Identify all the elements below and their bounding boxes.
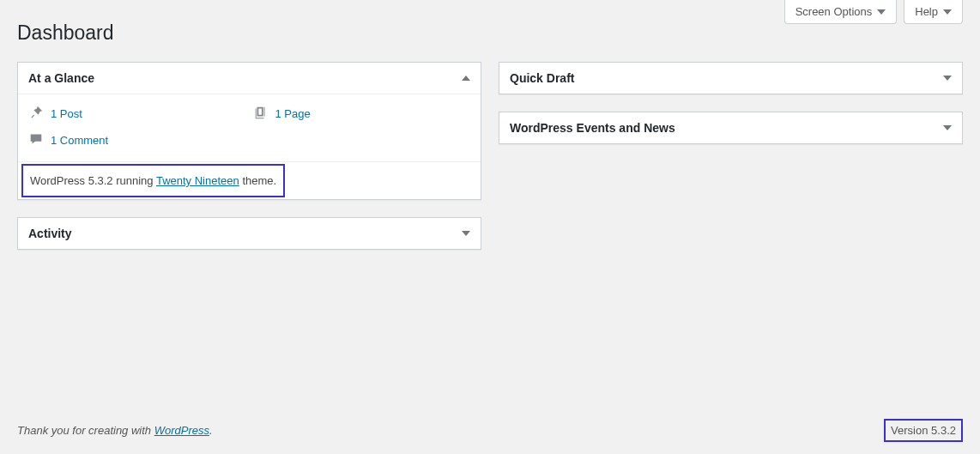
glance-posts-link[interactable]: 1 Post (28, 105, 246, 123)
chevron-down-icon (877, 9, 886, 15)
quick-draft-box: Quick Draft (499, 62, 963, 94)
at-a-glance-header[interactable]: At a Glance (18, 63, 481, 94)
dashboard-columns: At a Glance 1 Post 1 Page (0, 62, 980, 250)
pin-icon (28, 105, 44, 123)
chevron-down-icon (462, 231, 470, 236)
glance-comments-label: 1 Comment (51, 134, 108, 147)
activity-header[interactable]: Activity (18, 218, 481, 249)
help-button[interactable]: Help (904, 0, 963, 24)
glance-comments-link[interactable]: 1 Comment (28, 131, 246, 149)
top-tab-row: Screen Options Help (784, 0, 963, 24)
screen-options-button[interactable]: Screen Options (784, 0, 898, 24)
column-left: At a Glance 1 Post 1 Page (17, 62, 481, 250)
wordpress-link[interactable]: WordPress (154, 424, 209, 437)
theme-link[interactable]: Twenty Nineteen (156, 174, 239, 187)
wp-news-box: WordPress Events and News (499, 112, 963, 144)
chevron-down-icon (943, 76, 952, 81)
column-right: Quick Draft WordPress Events and News (499, 62, 963, 250)
at-a-glance-body: 1 Post 1 Page 1 Comment (18, 94, 481, 199)
footer: Thank you for creating with WordPress. V… (0, 407, 980, 454)
activity-title: Activity (28, 227, 72, 240)
at-a-glance-title: At a Glance (28, 71, 94, 85)
glance-pages-link[interactable]: 1 Page (253, 105, 471, 123)
footer-credit: Thank you for creating with WordPress. (17, 424, 213, 437)
wp-news-title: WordPress Events and News (510, 121, 675, 135)
quick-draft-title: Quick Draft (510, 71, 574, 85)
screen-options-label: Screen Options (795, 5, 873, 18)
wp-news-header[interactable]: WordPress Events and News (499, 112, 962, 143)
glance-grid: 1 Post 1 Page 1 Comment (28, 105, 470, 149)
version-line-wrap: WordPress 5.3.2 running Twenty Nineteen … (18, 161, 481, 199)
at-a-glance-box: At a Glance 1 Post 1 Page (17, 62, 481, 200)
chevron-up-icon (462, 76, 470, 81)
comment-icon (28, 131, 44, 149)
glance-pages-label: 1 Page (275, 107, 311, 120)
activity-box: Activity (17, 217, 481, 250)
footer-prefix: Thank you for creating with (17, 424, 154, 437)
chevron-down-icon (943, 125, 952, 130)
pages-icon (253, 105, 269, 123)
quick-draft-header[interactable]: Quick Draft (499, 63, 962, 94)
glance-posts-label: 1 Post (51, 107, 82, 120)
footer-suffix: . (209, 424, 213, 437)
version-prefix: WordPress 5.3.2 running (30, 174, 156, 187)
footer-version: Version 5.3.2 (884, 419, 963, 442)
help-label: Help (915, 5, 938, 18)
chevron-down-icon (943, 9, 952, 15)
version-suffix: theme. (239, 174, 276, 187)
wp-version-line: WordPress 5.3.2 running Twenty Nineteen … (21, 164, 285, 197)
